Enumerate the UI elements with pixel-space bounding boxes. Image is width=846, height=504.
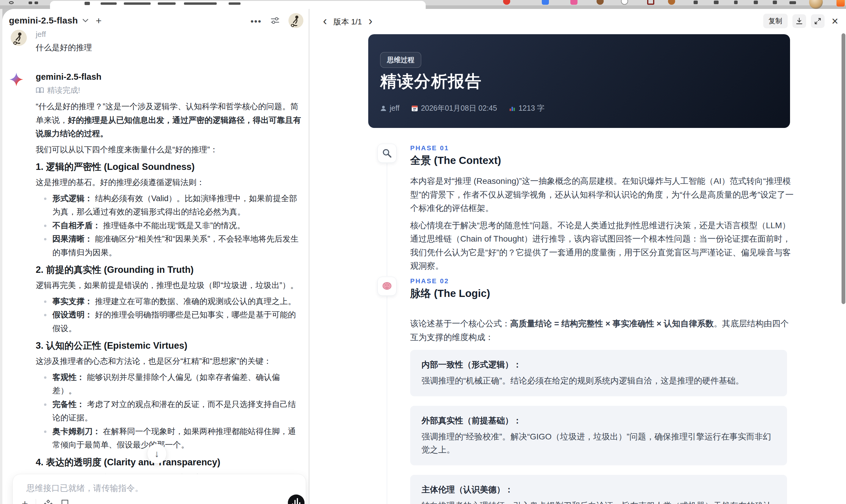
dimension-body: 转向推理者的心理特征。引入奥卡姆剃刀和反向论证，旨在克服人类（或机器）天然存在的…	[422, 499, 776, 504]
section-heading: 4. 表达的透明度 (Clarity and Transparency)	[36, 455, 301, 469]
statusbar-glyph[interactable]	[714, 1, 719, 4]
tab-title-fragment	[158, 2, 176, 5]
bullet-list: 形式逻辑：结构必须有效（Valid）。比如演绎推理中，如果前提全部为真，那么通过…	[36, 192, 301, 260]
assistant-status: 精读完成!	[36, 85, 80, 95]
list-item: 因果清晰：能准确区分“相关性”和“因果关系”，不会轻率地将先后发生的事情归为因果…	[36, 232, 301, 259]
dimension-body: 强调推理的“经验校准”。解决“GIGO（垃圾进，垃圾出）”问题，确保推理引擎运行…	[422, 430, 776, 456]
book-icon	[36, 87, 44, 94]
statusbar-glyph[interactable]	[734, 1, 738, 4]
desktop-edge	[0, 9, 2, 504]
magnifier-icon	[382, 148, 392, 158]
close-panel-button[interactable]: ×	[829, 16, 841, 27]
statusbar-icon[interactable]	[597, 0, 604, 5]
intro-paragraph-2: 我们可以从以下四个维度来衡量什么是“好的推理”：	[36, 143, 301, 157]
list-item: 假设透明：好的推理会明确指明哪些是已知事实，哪些是基于可能的假设。	[36, 308, 301, 335]
section-heading: 2. 前提的真实性 (Grounding in Truth)	[36, 263, 301, 277]
timeline-line	[387, 163, 387, 276]
statusbar-glyph[interactable]	[790, 1, 796, 4]
section-heading: 1. 逻辑的严密性 (Logical Soundness)	[36, 160, 301, 174]
scroll-to-bottom-button[interactable]: ↓	[147, 444, 167, 464]
prev-version-button[interactable]: ‹	[323, 15, 327, 29]
chevron-down-icon	[82, 18, 89, 23]
statusbar-avatar[interactable]	[809, 0, 823, 9]
models-diamond-icon[interactable]	[44, 500, 53, 504]
dimension-card: 内部一致性（形式逻辑）： 强调推理的“机械正确”。结论必须在给定的规则系统内逻辑…	[410, 350, 787, 396]
chat-panel: gemini-2.5-flash + •••	[2, 9, 309, 504]
list-item: 形式逻辑：结构必须有效（Valid）。比如演绎推理中，如果前提全部为真，那么通过…	[36, 192, 301, 219]
next-version-button[interactable]: ›	[369, 15, 372, 29]
assistant-name: gemini-2.5-flash	[36, 72, 102, 82]
statusbar-icon[interactable]	[668, 0, 675, 5]
tab-title-fragment	[124, 2, 151, 5]
browser-tab[interactable]	[50, 1, 426, 9]
statusbar-icon[interactable]	[836, 0, 845, 6]
phase-title: 全景 (The Context)	[410, 154, 501, 167]
dimension-cards: 内部一致性（形式逻辑）： 强调推理的“机械正确”。结论必须在给定的规则系统内逻辑…	[410, 350, 787, 504]
more-options-button[interactable]: •••	[250, 15, 262, 26]
menubar-glyph-fragment	[35, 1, 38, 4]
download-button[interactable]	[792, 14, 806, 28]
report-datetime: 2026年01月08日 02:45	[411, 103, 497, 113]
report-title: 精读分析报告	[380, 71, 482, 92]
screen: gemini-2.5-flash + •••	[0, 0, 846, 504]
dimension-body: 强调推理的“机械正确”。结论必须在给定的规则系统内逻辑自洽，这是推理的硬件基础。	[422, 374, 776, 388]
statusbar-icon[interactable]	[647, 0, 654, 5]
user-avatar	[11, 30, 27, 46]
tab-title-fragment	[184, 2, 217, 5]
phase-paragraph: 本内容是对“推理 (Reasoning)”这一抽象概念的高层建模。在知识爆炸与人…	[410, 174, 794, 215]
copy-button[interactable]: 复制	[763, 14, 788, 28]
section-heading: 3. 认知的公正性 (Epistemic Virtues)	[36, 339, 301, 353]
phase-label: PHASE 01	[410, 144, 449, 152]
chart-icon	[509, 105, 515, 112]
section-lead: 这涉及推理者的心态和方法论，也是区分“杠精”和“思想家”的关键：	[36, 355, 301, 368]
fullscreen-button[interactable]	[811, 14, 825, 28]
statusbar-icon[interactable]	[621, 0, 628, 5]
statusbar-icon[interactable]	[503, 0, 510, 5]
waveform-icon	[299, 502, 300, 504]
statusbar-glyph[interactable]	[693, 1, 698, 4]
user-message: 什么是好的推理	[36, 42, 92, 53]
user-name: jeff	[36, 30, 46, 39]
statusbar-glyph[interactable]	[773, 1, 777, 4]
report-type-badge: 思维过程	[380, 52, 421, 68]
dimension-title: 内部一致性（形式逻辑）：	[422, 359, 776, 371]
scrollbar-thumb[interactable]	[842, 33, 845, 304]
settings-sliders-icon[interactable]	[270, 16, 280, 25]
phase-icon-card	[377, 277, 396, 296]
brain-icon	[382, 281, 392, 291]
assistant-message-body: “什么是好的推理？”这是一个涉及逻辑学、认知科学和哲学核心的问题。简单来说，好的…	[36, 100, 301, 504]
list-item: 事实支撑：推理建立在可靠的数据、准确的观测或公认的真理之上。	[36, 295, 301, 308]
phase-title: 脉络 (The Logic)	[410, 287, 490, 301]
dimension-title: 外部真实性（前提基础）：	[422, 415, 776, 427]
model-name: gemini-2.5-flash	[9, 16, 78, 25]
list-item: 奥卡姆剃刀：在解释同一个现象时，如果两种推理都能站得住脚，通常倾向于最简单、假设…	[36, 425, 301, 452]
intro-paragraph: “什么是好的推理？”这是一个涉及逻辑学、认知科学和哲学核心的问题。简单来说，好的…	[36, 100, 301, 141]
statusbar-glyph[interactable]	[754, 1, 758, 4]
artifact-toolbar: ‹ 版本 1/1 › 复制 ×	[309, 9, 846, 33]
download-icon	[795, 17, 803, 25]
toolbar-divider	[36, 499, 36, 504]
statusbar-icon[interactable]	[542, 0, 549, 5]
expand-icon	[814, 17, 822, 25]
user-avatar[interactable]	[288, 13, 303, 28]
bookmark-icon[interactable]	[60, 499, 69, 504]
composer-placeholder[interactable]: 思维接口已就绪，请传输指令。	[27, 483, 143, 494]
message-composer[interactable]: 思维接口已就绪，请传输指令。 +	[13, 474, 306, 504]
voice-input-button[interactable]	[288, 494, 304, 504]
model-selector[interactable]: gemini-2.5-flash +	[9, 16, 102, 25]
waveform-icon	[297, 498, 298, 504]
phase-icon-card	[377, 144, 396, 163]
attach-button[interactable]: +	[22, 499, 28, 504]
new-chat-button[interactable]: +	[96, 16, 102, 25]
person-icon	[380, 105, 387, 112]
menubar-glyph-fragment	[29, 1, 32, 4]
dimension-title: 主体伦理（认识美德）：	[422, 484, 776, 496]
calendar-icon	[411, 105, 418, 112]
phase-body: 该论述基于一个核心公式：高质量结论 = 结构完整性 × 事实准确性 × 认知自律…	[410, 317, 794, 347]
list-item: 不自相矛盾：推理链条中不能出现“既是又非”的情况。	[36, 219, 301, 233]
phase-body: 本内容是对“推理 (Reasoning)”这一抽象概念的高层建模。在知识爆炸与人…	[410, 174, 794, 276]
statusbar-icon[interactable]	[570, 0, 578, 5]
section-lead: 逻辑再完美，如果前提是错误的，推理也是垃圾（即“垃圾进，垃圾出”）。	[36, 279, 301, 292]
phase-paragraph: 该论述基于一个核心公式：高质量结论 = 结构完整性 × 事实准确性 × 认知自律…	[410, 317, 794, 344]
bullet-list: 事实支撑：推理建立在可靠的数据、准确的观测或公认的真理之上。 假设透明：好的推理…	[36, 295, 301, 336]
